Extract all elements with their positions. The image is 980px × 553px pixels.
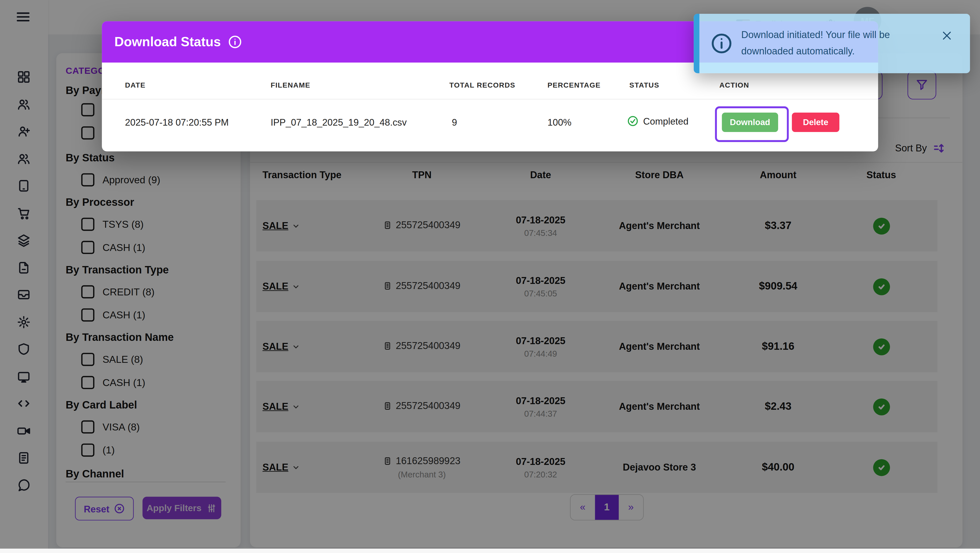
divider [102, 99, 878, 99]
modal-col-action: ACTION [719, 81, 749, 89]
modal-title: Download Status [115, 35, 221, 49]
toast-accent-bar [694, 14, 699, 73]
delete-button[interactable]: Delete [792, 113, 839, 132]
download-total-records: 9 [452, 117, 457, 127]
annotation-highlight-box [715, 107, 789, 142]
download-filename: IPP_07_18_2025_19_20_48.csv [270, 117, 407, 127]
modal-col-status: STATUS [629, 81, 659, 89]
window-bottom-edge [0, 549, 980, 553]
check-circle-icon [627, 115, 639, 127]
download-percentage: 100% [547, 117, 571, 127]
modal-col-date: DATE [125, 81, 145, 89]
download-date: 2025-07-18 07:20:55 PM [125, 117, 229, 127]
info-icon[interactable] [228, 35, 243, 49]
info-icon [710, 32, 733, 55]
modal-col-percentage: PERCENTAGE [547, 81, 600, 89]
modal-col-filename: FILENAME [270, 81, 310, 89]
download-status: Completed [627, 115, 688, 127]
close-icon[interactable] [940, 29, 954, 43]
app-window: English MF CATEGORIES By Payment C A By … [0, 0, 980, 553]
toast-message: Download initiated! Your file will be do… [741, 27, 929, 59]
modal-col-total-records: TOTAL RECORDS [449, 81, 515, 89]
toast-notification: Download initiated! Your file will be do… [694, 14, 970, 73]
